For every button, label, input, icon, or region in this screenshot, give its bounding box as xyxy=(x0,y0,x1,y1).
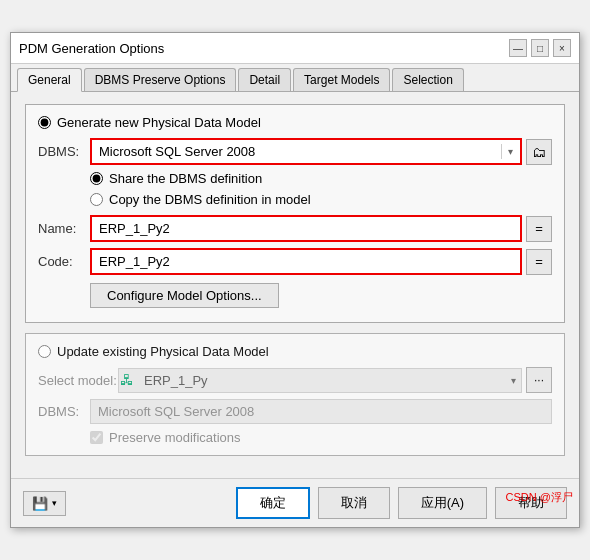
generate-new-title: Generate new Physical Data Model xyxy=(38,115,552,130)
dbms-disabled-wrapper xyxy=(90,399,552,424)
share-radio[interactable] xyxy=(90,172,103,185)
dbms-dropdown-arrow-icon[interactable]: ▾ xyxy=(501,144,519,159)
select-model-wrapper: 🖧 ▾ xyxy=(118,368,522,393)
dbms-folder-button[interactable]: 🗂 xyxy=(526,139,552,165)
copy-label-text: Copy the DBMS definition in model xyxy=(109,192,311,207)
dbms-select-input[interactable] xyxy=(93,141,501,162)
update-existing-section: Update existing Physical Data Model Sele… xyxy=(25,333,565,456)
tab-target-models-label: Target Models xyxy=(304,73,379,87)
footer-right: 确定 取消 应用(A) 帮助 xyxy=(236,487,567,519)
maximize-button[interactable]: □ xyxy=(531,39,549,57)
window-controls: — □ × xyxy=(509,39,571,57)
update-existing-title: Update existing Physical Data Model xyxy=(38,344,552,359)
code-input-wrapper xyxy=(90,248,522,275)
footer: 💾 ▾ 确定 取消 应用(A) 帮助 xyxy=(11,478,579,527)
dbms-disabled-label: DBMS: xyxy=(38,404,90,419)
tab-selection-label: Selection xyxy=(403,73,452,87)
dbms-select-wrapper: ▾ xyxy=(90,138,522,165)
select-model-row: Select model: 🖧 ▾ ··· xyxy=(38,367,552,393)
tab-target-models[interactable]: Target Models xyxy=(293,68,390,91)
select-model-input[interactable] xyxy=(138,370,507,391)
save-button[interactable]: 💾 ▾ xyxy=(23,491,66,516)
share-label-text: Share the DBMS definition xyxy=(109,171,262,186)
select-model-dots-button[interactable]: ··· xyxy=(526,367,552,393)
cancel-button[interactable]: 取消 xyxy=(318,487,390,519)
tab-bar: General DBMS Preserve Options Detail Tar… xyxy=(11,64,579,92)
select-model-label: Select model: xyxy=(38,373,118,388)
minimize-button[interactable]: — xyxy=(509,39,527,57)
generate-new-section: Generate new Physical Data Model DBMS: ▾… xyxy=(25,104,565,323)
name-input-wrapper xyxy=(90,215,522,242)
dbms-disabled-row: DBMS: xyxy=(38,399,552,424)
tab-dbms-preserve[interactable]: DBMS Preserve Options xyxy=(84,68,237,91)
generate-new-label-text: Generate new Physical Data Model xyxy=(57,115,261,130)
share-radio-label[interactable]: Share the DBMS definition xyxy=(90,171,552,186)
tab-selection[interactable]: Selection xyxy=(392,68,463,91)
preserve-modifications-label: Preserve modifications xyxy=(109,430,241,445)
code-input[interactable] xyxy=(93,251,519,272)
dbms-row: DBMS: ▾ 🗂 xyxy=(38,138,552,165)
footer-left: 💾 ▾ xyxy=(23,491,66,516)
copy-radio-row: Copy the DBMS definition in model xyxy=(90,192,552,207)
apply-button[interactable]: 应用(A) xyxy=(398,487,487,519)
name-row: Name: = xyxy=(38,215,552,242)
update-existing-label-text: Update existing Physical Data Model xyxy=(57,344,269,359)
preserve-modifications-checkbox[interactable] xyxy=(90,431,103,444)
share-radio-row: Share the DBMS definition xyxy=(90,171,552,186)
code-row: Code: = xyxy=(38,248,552,275)
dbms-field-group: ▾ 🗂 xyxy=(90,138,552,165)
update-existing-radio-label[interactable]: Update existing Physical Data Model xyxy=(38,344,552,359)
main-window: PDM Generation Options — □ × General DBM… xyxy=(10,32,580,528)
tab-general[interactable]: General xyxy=(17,68,82,92)
generate-new-radio-label[interactable]: Generate new Physical Data Model xyxy=(38,115,552,130)
tab-detail-label: Detail xyxy=(249,73,280,87)
dbms-label: DBMS: xyxy=(38,144,90,159)
save-icon: 💾 xyxy=(32,496,48,511)
close-button[interactable]: × xyxy=(553,39,571,57)
name-label: Name: xyxy=(38,221,90,236)
copy-radio-label[interactable]: Copy the DBMS definition in model xyxy=(90,192,552,207)
tab-detail[interactable]: Detail xyxy=(238,68,291,91)
dbms-disabled-input[interactable] xyxy=(92,401,550,422)
help-button[interactable]: 帮助 xyxy=(495,487,567,519)
name-input[interactable] xyxy=(93,218,519,239)
copy-radio[interactable] xyxy=(90,193,103,206)
model-icon: 🖧 xyxy=(120,372,134,388)
title-bar: PDM Generation Options — □ × xyxy=(11,33,579,64)
code-label: Code: xyxy=(38,254,90,269)
name-eq-button[interactable]: = xyxy=(526,216,552,242)
update-existing-radio[interactable] xyxy=(38,345,51,358)
generate-new-radio[interactable] xyxy=(38,116,51,129)
tab-general-label: General xyxy=(28,73,71,87)
tab-dbms-preserve-label: DBMS Preserve Options xyxy=(95,73,226,87)
select-model-arrow-icon: ▾ xyxy=(507,373,520,388)
save-dropdown-arrow: ▾ xyxy=(52,498,57,508)
window-title: PDM Generation Options xyxy=(19,41,164,56)
preserve-modifications-row: Preserve modifications xyxy=(90,430,552,445)
code-eq-button[interactable]: = xyxy=(526,249,552,275)
ok-button[interactable]: 确定 xyxy=(236,487,310,519)
content-area: Generate new Physical Data Model DBMS: ▾… xyxy=(11,92,579,478)
configure-model-options-button[interactable]: Configure Model Options... xyxy=(90,283,279,308)
